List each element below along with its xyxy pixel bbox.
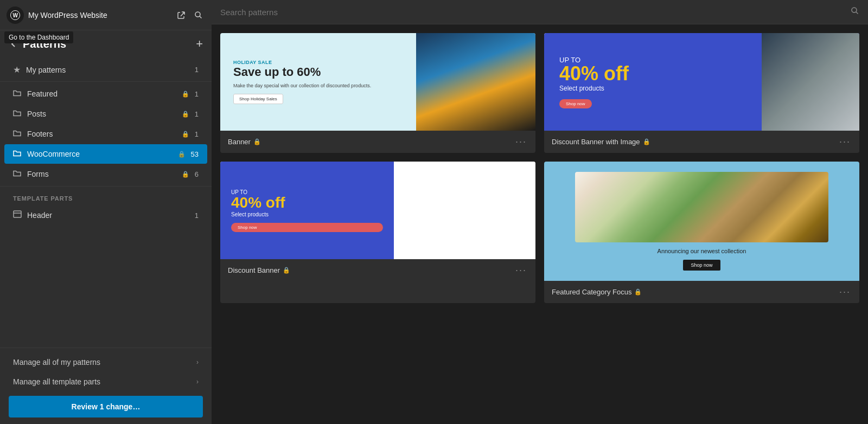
featured-room-image: [575, 172, 828, 242]
pattern-preview-banner: HOLIDAY SALE Save up to 60% Make the day…: [220, 33, 535, 131]
discount-pct: 40% off: [559, 64, 746, 83]
lock-icon: 🔒: [182, 91, 189, 98]
manage-template-parts-link[interactable]: Manage all template parts ›: [4, 372, 207, 391]
chevron-right-icon: ›: [196, 378, 199, 386]
pattern-name-banner: Banner 🔒: [228, 138, 511, 146]
sidebar-item-posts[interactable]: Posts 🔒 1: [4, 104, 207, 124]
discount-shop-btn: Shop now: [559, 99, 592, 108]
banner-holiday-text: HOLIDAY SALE: [233, 60, 403, 65]
pattern-footer-banner: Banner 🔒 ···: [220, 131, 535, 153]
main-content: HOLIDAY SALE Save up to 60% Make the day…: [212, 0, 868, 424]
review-changes-button[interactable]: Review 1 change…: [9, 396, 203, 417]
sidebar-item-label: WooCommerce: [27, 150, 171, 158]
pattern-more-button[interactable]: ···: [514, 136, 528, 147]
lock-icon: 🔒: [283, 267, 290, 274]
sidebar-item-label: Posts: [27, 110, 175, 118]
pattern-more-button[interactable]: ···: [838, 136, 852, 147]
header-count: 1: [195, 211, 199, 220]
pattern-card-discount-banner-image[interactable]: UP TO 40% off Select products Shop now D…: [544, 33, 859, 153]
discount-shop-btn: Shop now: [231, 223, 383, 232]
wp-logo[interactable]: W: [7, 7, 24, 24]
banner-sub-text: Make the day special with our collection…: [233, 82, 403, 89]
lock-icon: 🔒: [182, 171, 189, 178]
pattern-name-featured: Featured Category Focus 🔒: [552, 288, 835, 296]
pattern-more-button[interactable]: ···: [838, 286, 852, 298]
featured-shop-btn: Shop now: [683, 260, 720, 271]
footers-count: 1: [195, 130, 199, 138]
pattern-preview-discount-banner: UP TO 40% off Select products Shop now: [220, 162, 535, 259]
sidebar-item-featured[interactable]: Featured 🔒 1: [4, 84, 207, 104]
svg-rect-3: [14, 211, 21, 217]
banner-image: [416, 33, 535, 131]
svg-point-2: [195, 12, 200, 17]
pattern-name-discount: Discount Banner 🔒: [228, 266, 511, 274]
folder-icon: [13, 88, 22, 99]
featured-count: 1: [195, 90, 199, 98]
pattern-footer-discount-image: Discount Banner with Image 🔒 ···: [544, 131, 859, 153]
pattern-more-button[interactable]: ···: [514, 265, 528, 276]
sidebar-item-my-patterns[interactable]: ★ My patterns 1: [4, 60, 207, 79]
search-bar: [212, 0, 868, 24]
external-link-button[interactable]: [175, 9, 188, 22]
sidebar-item-label: Forms: [27, 170, 175, 178]
discount-banner-right: [394, 162, 535, 259]
forms-count: 6: [195, 170, 199, 178]
divider: [0, 81, 212, 82]
discount-banner-left: UP TO 40% off Select products Shop now: [220, 162, 394, 259]
my-patterns-count: 1: [195, 66, 199, 74]
search-icon: [851, 7, 859, 17]
pattern-footer-featured: Featured Category Focus 🔒 ···: [544, 281, 859, 303]
add-pattern-button[interactable]: +: [196, 37, 203, 51]
discount-select: Select products: [231, 211, 383, 217]
template-parts-section-label: TEMPLATE PARTS: [0, 189, 212, 205]
posts-count: 1: [195, 110, 199, 118]
star-icon: ★: [13, 65, 21, 75]
search-button[interactable]: [192, 9, 205, 22]
lock-icon: 🔒: [643, 138, 650, 145]
sidebar-item-footers[interactable]: Footers 🔒 1: [4, 124, 207, 144]
lock-icon: 🔒: [182, 131, 189, 138]
pattern-preview-discount-banner-image: UP TO 40% off Select products Shop now: [544, 33, 859, 131]
pattern-card-discount-banner[interactable]: UP TO 40% off Select products Shop now D…: [220, 162, 535, 303]
sidebar-item-header[interactable]: Header 1: [4, 205, 207, 225]
folder-icon: [13, 149, 22, 159]
woocommerce-count: 53: [191, 150, 199, 158]
pattern-footer-discount: Discount Banner 🔒 ···: [220, 259, 535, 281]
patterns-grid: HOLIDAY SALE Save up to 60% Make the day…: [212, 24, 868, 424]
sidebar-item-label: My patterns: [26, 66, 189, 74]
svg-text:W: W: [13, 12, 18, 18]
banner-cta: Shop Holiday Sales: [233, 94, 283, 104]
pattern-card-banner[interactable]: HOLIDAY SALE Save up to 60% Make the day…: [220, 33, 535, 153]
lock-icon: 🔒: [253, 138, 261, 145]
divider: [0, 186, 212, 187]
sidebar-footer: Manage all of my patterns › Manage all t…: [0, 348, 212, 424]
pattern-preview-featured-category: Announcing our newest collection Shop no…: [544, 162, 859, 281]
sidebar-item-woocommerce[interactable]: WooCommerce 🔒 53: [4, 144, 207, 164]
manage-template-parts-label: Manage all template parts: [13, 377, 100, 386]
manage-patterns-label: Manage all of my patterns: [13, 358, 100, 367]
lock-icon: 🔒: [182, 111, 189, 118]
manage-patterns-link[interactable]: Manage all of my patterns ›: [4, 352, 207, 372]
search-input[interactable]: [220, 8, 846, 17]
site-title: My WordPress Website: [28, 11, 170, 20]
discount-select: Select products: [559, 85, 746, 92]
pattern-card-featured-category[interactable]: Announcing our newest collection Shop no…: [544, 162, 859, 303]
folder-icon: [13, 129, 22, 139]
template-part-icon: [13, 210, 22, 221]
sidebar-topbar: W My WordPress Website: [0, 0, 212, 30]
featured-caption: Announcing our newest collection: [658, 248, 746, 254]
sidebar: W My WordPress Website Go to the Dashboa…: [0, 0, 212, 424]
sidebar-item-label: Footers: [27, 130, 175, 138]
sidebar-item-forms[interactable]: Forms 🔒 6: [4, 164, 207, 184]
svg-point-4: [852, 8, 857, 12]
folder-icon: [13, 108, 22, 119]
discount-image: [762, 33, 859, 131]
folder-icon: [13, 169, 22, 179]
chevron-right-icon: ›: [196, 358, 199, 366]
tooltip: Go to the Dashboard: [4, 31, 73, 43]
pattern-name-discount-image: Discount Banner with Image 🔒: [552, 138, 835, 146]
lock-icon: 🔒: [634, 288, 642, 295]
banner-main-text: Save up to 60%: [233, 65, 403, 79]
discount-pct: 40% off: [231, 195, 383, 210]
sidebar-nav: ★ My patterns 1 Featured 🔒 1 Posts 🔒 1: [0, 57, 212, 348]
